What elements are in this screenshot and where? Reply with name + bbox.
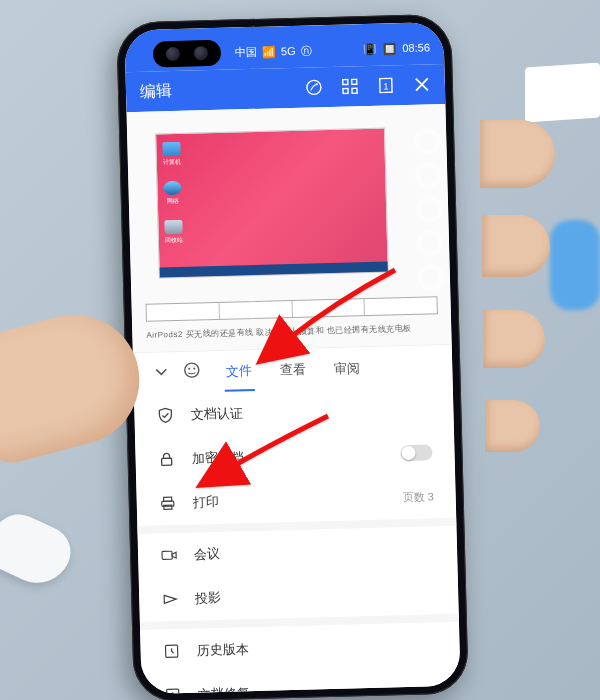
share-icon[interactable] <box>305 78 323 96</box>
svg-rect-3 <box>352 79 357 84</box>
chevron-down-icon[interactable] <box>153 363 170 383</box>
svg-point-10 <box>193 368 195 370</box>
svg-rect-4 <box>343 88 348 93</box>
encrypt-toggle[interactable] <box>400 444 432 461</box>
grid-icon[interactable] <box>341 77 359 95</box>
printer-icon <box>159 494 177 512</box>
menu-label: 文档修复 <box>198 684 250 694</box>
nfc-icon: ⓝ <box>300 43 311 58</box>
file-menu: 文档认证 加密文档 打印 页数 3 会议 投影 <box>134 386 461 694</box>
screen: 中国 📶 5G ⓝ 📳 🔲 08:56 编辑 1 计算机 网络 <box>124 22 460 694</box>
tab-view[interactable]: 查看 <box>278 350 309 389</box>
battery-icon: 🔲 <box>382 42 396 55</box>
phone-frame: 中国 📶 5G ⓝ 📳 🔲 08:56 编辑 1 计算机 网络 <box>116 14 469 700</box>
menu-label: 投影 <box>195 589 221 608</box>
svg-rect-17 <box>167 689 179 694</box>
emoji-icon[interactable] <box>183 361 201 382</box>
menu-label: 文档认证 <box>190 404 242 423</box>
document-preview[interactable]: 计算机 网络 回收站 AirPods2 买无线的还是有线 取决于个人预算和 也已… <box>127 104 452 352</box>
desktop-bin-icon: 回收站 <box>162 220 185 246</box>
svg-point-8 <box>185 363 199 377</box>
menu-label: 历史版本 <box>196 640 248 659</box>
repair-icon <box>164 686 182 694</box>
video-icon <box>160 546 178 564</box>
desktop-net-icon: 网络 <box>161 181 184 207</box>
page-one-icon[interactable]: 1 <box>377 76 395 94</box>
svg-point-0 <box>307 80 321 94</box>
decorative-lace <box>408 122 451 323</box>
tab-review[interactable]: 审阅 <box>332 349 363 388</box>
svg-rect-15 <box>162 551 172 559</box>
camera-cutout <box>153 40 222 68</box>
svg-rect-5 <box>352 88 357 93</box>
carrier-label: 中国 <box>235 44 257 60</box>
menu-label: 会议 <box>194 545 220 564</box>
page-count: 页数 3 <box>402 489 434 505</box>
network-label: 5G <box>281 45 296 57</box>
table-row <box>146 296 438 322</box>
clock: 08:56 <box>402 41 430 54</box>
caption-text: AirPods2 买无线的还是有线 取决于个人预算和 也已经拥有无线充电板 <box>146 323 412 341</box>
lock-icon <box>157 450 175 468</box>
page-title: 编辑 <box>140 81 173 103</box>
shield-icon <box>156 406 174 424</box>
vibrate-icon: 📳 <box>362 42 376 55</box>
close-icon[interactable] <box>413 75 431 93</box>
menu-label: 打印 <box>193 493 219 512</box>
svg-point-9 <box>188 368 190 370</box>
menu-label: 加密文档 <box>191 448 243 467</box>
history-icon <box>162 642 180 660</box>
cast-icon <box>161 590 179 608</box>
svg-text:1: 1 <box>383 81 388 91</box>
desktop-pc-icon: 计算机 <box>160 142 183 168</box>
tab-file[interactable]: 文件 <box>224 352 255 391</box>
doc-thumbnail: 计算机 网络 回收站 <box>155 127 389 278</box>
svg-rect-2 <box>343 79 348 84</box>
signal-icon: 📶 <box>262 45 276 58</box>
svg-rect-11 <box>162 458 172 465</box>
